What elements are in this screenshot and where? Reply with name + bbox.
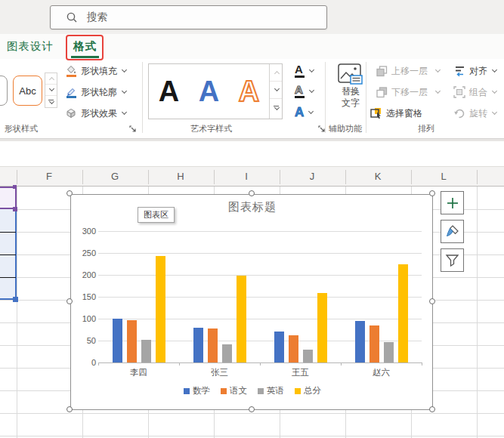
shape-fill-button[interactable]: 形状填充 <box>65 63 126 79</box>
bar-数学-李四[interactable] <box>113 319 122 362</box>
alt-text-button[interactable]: 替换 文字 <box>336 63 365 121</box>
align-button[interactable]: 对齐 <box>453 63 496 79</box>
rotate-icon <box>453 107 465 119</box>
cell-border <box>0 277 16 278</box>
resize-handle-s[interactable] <box>249 406 255 412</box>
shape-style-gallery-partial[interactable] <box>0 76 8 106</box>
column-header-divider <box>411 170 412 184</box>
excel-window: 搜索 图表设计 格式 Abc 形状填充 形状轮廓 形状效果 形状样式 <box>0 0 504 438</box>
bar-语文-赵六[interactable] <box>369 325 379 362</box>
wordart-more-button[interactable] <box>270 99 282 116</box>
gallery-up-button[interactable] <box>45 73 57 85</box>
text-outline-icon: A <box>295 85 305 99</box>
gallery-down-button[interactable] <box>45 85 57 96</box>
shape-styles-dialog-launcher[interactable] <box>128 125 137 133</box>
wordart-style-blue[interactable]: A <box>189 65 229 118</box>
group-divider <box>142 62 143 133</box>
group-icon <box>453 86 465 98</box>
gridline-horizontal <box>0 413 504 414</box>
resize-handle-se[interactable] <box>429 406 435 412</box>
selection-pane-button[interactable]: 选择窗格 <box>370 105 422 122</box>
gallery-more-button[interactable] <box>45 96 57 107</box>
bar-数学-王五[interactable] <box>274 332 284 362</box>
chart-filters-button[interactable] <box>441 248 464 272</box>
resize-handle-e[interactable] <box>429 298 435 304</box>
column-header-H[interactable]: H <box>148 171 214 182</box>
range-fill-handle[interactable] <box>13 297 18 302</box>
bar-语文-李四[interactable] <box>127 320 137 362</box>
chart-legend[interactable]: 数学语文英语总分 <box>71 385 434 396</box>
bar-总分-赵六[interactable] <box>398 264 408 363</box>
shape-effects-icon <box>65 107 77 119</box>
chart-title[interactable]: 图表标题 <box>71 200 434 214</box>
column-header-L[interactable]: L <box>411 171 477 182</box>
bring-forward-button[interactable]: 上移一层 <box>376 63 440 79</box>
text-fill-button[interactable]: A <box>295 63 314 79</box>
bar-总分-李四[interactable] <box>156 256 165 362</box>
tab-chart-design[interactable]: 图表设计 <box>7 39 54 54</box>
alt-text-icon <box>338 63 363 86</box>
range-handle[interactable] <box>13 185 17 189</box>
column-header-K[interactable]: K <box>345 171 411 182</box>
shape-effects-button[interactable]: 形状效果 <box>65 105 126 122</box>
resize-handle-sw[interactable] <box>66 406 73 412</box>
bar-英语-李四[interactable] <box>141 340 151 362</box>
bar-英语-张三[interactable] <box>222 344 232 362</box>
chart-area[interactable]: 图表标题 图表区 050100150200250300李四张三王五赵六 数学语文… <box>70 194 433 410</box>
bar-总分-张三[interactable] <box>237 276 246 362</box>
axis-tick <box>98 362 99 366</box>
bring-forward-label: 上移一层 <box>391 65 428 78</box>
resize-handle-n[interactable] <box>249 190 255 196</box>
shape-styles-group-label: 形状样式 <box>5 123 38 134</box>
axis-tick <box>422 362 422 366</box>
y-axis-tick-label: 0 <box>71 358 96 367</box>
column-header-I[interactable]: I <box>214 171 280 182</box>
wordart-down-button[interactable] <box>270 82 282 99</box>
column-header-F[interactable]: F <box>17 171 82 182</box>
bar-语文-王五[interactable] <box>289 335 298 362</box>
bar-数学-赵六[interactable] <box>355 321 365 362</box>
column-header-J[interactable]: J <box>280 171 345 182</box>
shape-style-gallery-scroll <box>45 72 57 108</box>
selection-pane-label: 选择窗格 <box>386 107 422 120</box>
y-axis-tick-label: 250 <box>71 248 96 258</box>
wordart-up-button[interactable] <box>270 64 282 82</box>
group-button[interactable]: 组合 <box>453 84 496 100</box>
shape-effects-label: 形状效果 <box>81 107 117 120</box>
bar-总分-王五[interactable] <box>317 293 327 362</box>
y-axis-tick-label: 200 <box>71 270 96 279</box>
chart-styles-button[interactable] <box>441 220 464 243</box>
range-handle[interactable] <box>13 207 17 211</box>
wordart-style-black[interactable]: A <box>149 65 189 118</box>
cell-border <box>0 232 16 233</box>
text-effects-button[interactable]: A <box>295 104 313 121</box>
bar-英语-赵六[interactable] <box>384 342 394 362</box>
wordart-gallery[interactable]: A A A <box>148 63 283 119</box>
shape-fill-label: 形状填充 <box>81 65 117 78</box>
legend-item-数学[interactable]: 数学 <box>184 385 210 396</box>
chart-elements-button[interactable] <box>441 191 464 214</box>
resize-handle-ne[interactable] <box>429 190 435 196</box>
wordart-group-label: 艺术字样式 <box>190 123 232 134</box>
column-header-G[interactable]: G <box>82 171 148 182</box>
bar-数学-张三[interactable] <box>193 328 203 362</box>
text-outline-button[interactable]: A <box>295 83 314 100</box>
legend-item-总分[interactable]: 总分 <box>295 385 321 396</box>
send-backward-button[interactable]: 下移一层 <box>376 84 440 100</box>
wordart-gallery-scroll <box>269 64 282 119</box>
bar-英语-王五[interactable] <box>303 350 313 362</box>
legend-item-英语[interactable]: 英语 <box>258 385 284 396</box>
legend-label: 语文 <box>230 385 247 396</box>
rotate-button[interactable]: 旋转 <box>453 105 496 122</box>
alt-text-label-line1: 替换 <box>342 86 360 97</box>
resize-handle-nw[interactable] <box>66 190 73 196</box>
search-input[interactable]: 搜索 <box>50 5 327 29</box>
bar-语文-张三[interactable] <box>208 328 218 362</box>
column-header-divider <box>280 170 280 184</box>
wordart-style-orange-outline[interactable]: A <box>229 65 269 118</box>
resize-handle-w[interactable] <box>66 298 73 304</box>
legend-item-语文[interactable]: 语文 <box>221 385 247 396</box>
shape-style-abc-button[interactable]: Abc <box>13 76 42 106</box>
align-icon <box>453 65 465 77</box>
shape-outline-button[interactable]: 形状轮廓 <box>65 84 126 100</box>
